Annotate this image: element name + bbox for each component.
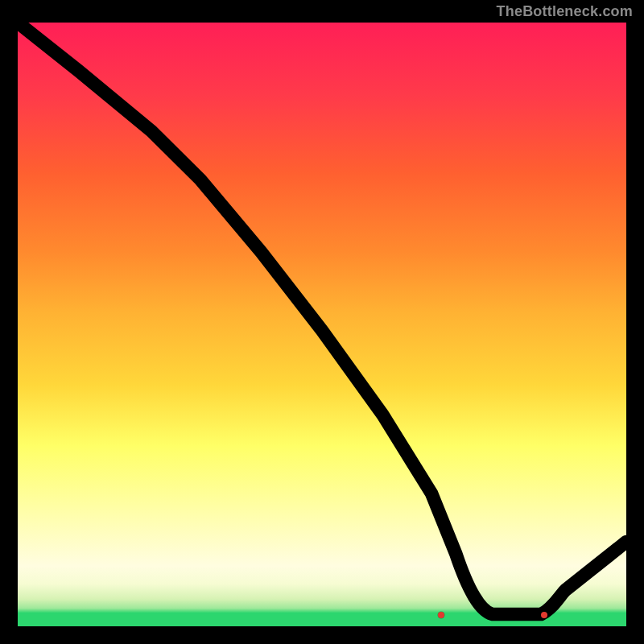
chart-plot-area [18, 23, 626, 626]
bottleneck-curve [18, 23, 626, 626]
watermark-text: TheBottleneck.com [497, 3, 633, 20]
chart-stage: TheBottleneck.com [0, 0, 644, 644]
